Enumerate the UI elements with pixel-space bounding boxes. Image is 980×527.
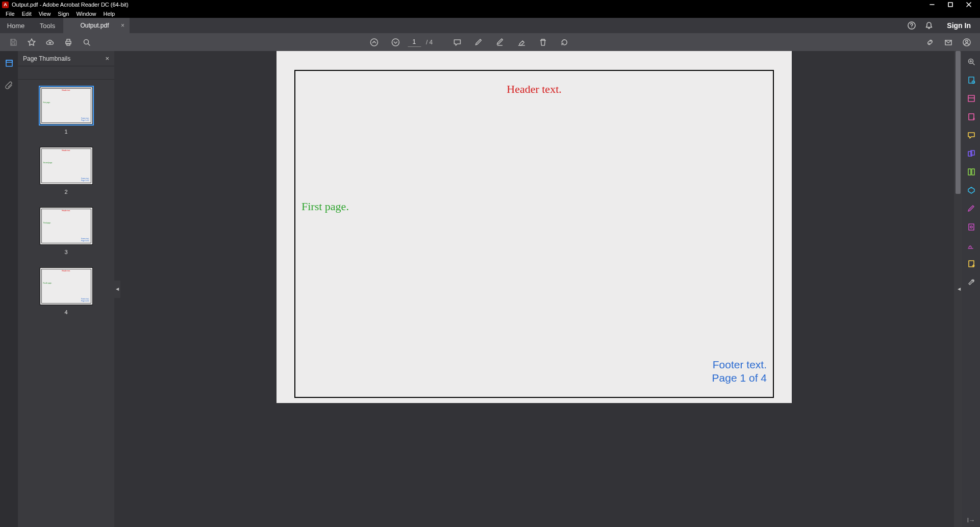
protect-tool-icon[interactable]	[966, 221, 977, 233]
notifications-icon[interactable]	[920, 18, 938, 33]
thumbnail-page[interactable]: Header text.First page.Footer text.Page …	[40, 87, 93, 124]
scrollbar-thumb[interactable]	[956, 51, 961, 194]
thumbnail-number: 1	[64, 129, 67, 135]
app-icon: A	[2, 2, 9, 8]
page-body-text: First page.	[301, 200, 349, 213]
thumbnails-panel: Page Thumbnails × Header text.First page…	[18, 51, 114, 527]
delete-button[interactable]	[535, 35, 550, 50]
left-nav-rail	[0, 51, 18, 527]
thumbnail-page[interactable]: Header text.Third page.Footer text.Page …	[40, 207, 93, 245]
svg-rect-22	[969, 77, 974, 83]
svg-point-32	[970, 226, 972, 228]
maximize-button[interactable]	[941, 0, 960, 9]
thumbnail-page[interactable]: Header text.Second page.Footer text.Page…	[40, 147, 93, 185]
thumbnail-item[interactable]: Header text.Second page.Footer text.Page…	[18, 147, 114, 195]
edit-pdf-tool-icon[interactable]	[966, 93, 977, 104]
main-toolbar: / 4	[0, 33, 980, 51]
erase-button[interactable]	[514, 35, 529, 50]
document-surface[interactable]: Header text. First page. Footer text. Pa…	[114, 51, 954, 527]
page-sheet: Header text. First page. Footer text. Pa…	[277, 51, 792, 403]
more-tools-icon[interactable]	[966, 277, 977, 288]
menu-view[interactable]: View	[35, 9, 55, 18]
menu-bar: File Edit View Sign Window Help	[0, 9, 980, 18]
svg-rect-17	[6, 60, 12, 62]
thumbnail-number: 2	[64, 189, 67, 195]
compress-tool-icon[interactable]	[966, 185, 977, 196]
thumbnails-list[interactable]: Header text.First page.Footer text.Page …	[18, 80, 114, 527]
create-pdf-tool-icon[interactable]	[966, 111, 977, 122]
collapse-right-panel-icon[interactable]: ◀	[956, 281, 962, 298]
cloud-upload-button[interactable]	[42, 35, 58, 50]
collapse-left-panel-icon[interactable]: ◀	[114, 281, 120, 298]
menu-file[interactable]: File	[2, 9, 18, 18]
close-tab-icon[interactable]: ×	[121, 22, 124, 29]
fill-sign-tool-icon[interactable]	[966, 240, 977, 251]
svg-rect-29	[968, 169, 971, 175]
print-button[interactable]	[61, 35, 76, 50]
document-tab-label: Output.pdf	[68, 22, 121, 29]
thumbnail-item[interactable]: Header text.Third page.Footer text.Page …	[18, 207, 114, 255]
page-down-button[interactable]	[388, 35, 403, 50]
thumbnail-page[interactable]: Header text.Fourth page.Footer text.Page…	[40, 267, 93, 305]
close-window-button[interactable]	[960, 0, 978, 9]
menu-sign[interactable]: Sign	[54, 9, 72, 18]
thumbnails-rail-icon[interactable]	[3, 57, 15, 69]
export-pdf-tool-icon[interactable]	[966, 74, 977, 86]
draw-button[interactable]	[492, 35, 508, 50]
comment-button[interactable]	[449, 35, 465, 50]
close-thumbnails-icon[interactable]: ×	[105, 55, 109, 62]
organize-tool-icon[interactable]	[966, 166, 977, 178]
svg-rect-6	[12, 43, 15, 45]
combine-tool-icon[interactable]	[966, 148, 977, 159]
highlight-button[interactable]	[471, 35, 486, 50]
menu-help[interactable]: Help	[100, 9, 119, 18]
right-tools-rail: I→	[962, 51, 980, 527]
svg-rect-16	[6, 60, 12, 66]
expand-tools-icon[interactable]: I→	[967, 517, 975, 524]
email-button[interactable]	[941, 35, 956, 50]
svg-line-19	[972, 63, 974, 65]
page-footer-line1: Footer text.	[713, 359, 767, 370]
page-footer-line2: Page 1 of 4	[712, 372, 767, 384]
page-footer-text: Footer text. Page 1 of 4	[712, 358, 767, 385]
svg-point-15	[966, 40, 968, 42]
minimize-button[interactable]	[923, 0, 941, 9]
thumbnail-item[interactable]: Header text.First page.Footer text.Page …	[18, 87, 114, 135]
page-number-input[interactable]	[408, 38, 421, 47]
svg-rect-26	[969, 114, 974, 120]
svg-point-5	[912, 28, 912, 28]
tab-strip: Home Tools Output.pdf × Sign In	[0, 18, 980, 33]
rotate-button[interactable]	[557, 35, 572, 50]
redact-tool-icon[interactable]	[966, 203, 977, 214]
add-page-tool-icon[interactable]	[966, 258, 977, 269]
svg-rect-24	[968, 95, 974, 102]
star-button[interactable]	[24, 35, 39, 50]
attachments-rail-icon[interactable]	[3, 80, 15, 92]
page-border	[294, 70, 774, 398]
zoom-tool-icon[interactable]	[966, 56, 977, 67]
svg-line-10	[88, 43, 90, 45]
comment-tool-icon[interactable]	[966, 130, 977, 141]
account-icon[interactable]	[959, 35, 974, 50]
tab-tools[interactable]: Tools	[32, 18, 63, 33]
find-button[interactable]	[79, 35, 94, 50]
document-view: ◀ Header text. First page. Footer text. …	[114, 51, 962, 527]
svg-point-23	[972, 81, 974, 84]
menu-edit[interactable]: Edit	[18, 9, 35, 18]
sign-in-button[interactable]: Sign In	[938, 18, 980, 33]
window-title-bar: A Output.pdf - Adobe Acrobat Reader DC (…	[0, 0, 980, 9]
page-up-button[interactable]	[366, 35, 382, 50]
thumbnail-item[interactable]: Header text.Fourth page.Footer text.Page…	[18, 267, 114, 315]
page-header-text: Header text.	[277, 83, 792, 96]
help-icon[interactable]	[903, 18, 920, 33]
svg-rect-1	[948, 3, 952, 7]
main-area: Page Thumbnails × Header text.First page…	[0, 51, 980, 527]
tab-home[interactable]: Home	[0, 18, 32, 33]
thumbnails-options-bar[interactable]	[18, 66, 114, 80]
menu-window[interactable]: Window	[72, 9, 99, 18]
document-tab[interactable]: Output.pdf ×	[63, 18, 130, 33]
save-button[interactable]	[6, 35, 21, 50]
thumbnail-number: 3	[64, 249, 67, 255]
thumbnail-number: 4	[64, 309, 67, 315]
link-share-button[interactable]	[922, 35, 938, 50]
